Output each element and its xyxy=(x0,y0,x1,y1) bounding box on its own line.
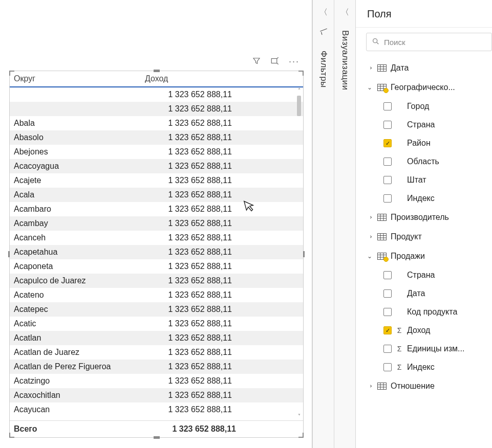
field-checkbox[interactable] xyxy=(383,289,392,298)
table-row[interactable]: Acapetahua1 323 652 888,11 xyxy=(10,245,303,259)
fields-field-node[interactable]: ΣЕдиницы изм... xyxy=(356,340,492,358)
table-row[interactable]: Acanceh1 323 652 888,11 xyxy=(10,231,303,245)
expand-visuals-icon[interactable]: 〈 xyxy=(341,7,349,18)
total-value: 1 323 652 888,11 xyxy=(145,424,236,434)
chevron-down-icon[interactable]: ⌄ xyxy=(366,253,373,260)
chevron-right-icon[interactable]: ⌄ xyxy=(366,233,373,240)
fields-list[interactable]: ⌄Дата⌄Географическо...ΣГородΣСтрана✓ΣРай… xyxy=(356,56,492,448)
table-row[interactable]: Acatic1 323 652 888,11 xyxy=(10,317,303,331)
fields-field-node[interactable]: ΣИндекс xyxy=(356,358,492,376)
resize-handle-top[interactable] xyxy=(154,70,160,72)
cell-dohod: 1 323 652 888,11 xyxy=(141,290,232,300)
field-checkbox[interactable] xyxy=(383,121,392,129)
fields-table-node[interactable]: ⌄Дата xyxy=(356,58,492,78)
cell-dohod: 1 323 652 888,11 xyxy=(141,90,232,99)
cell-dohod: 1 323 652 888,11 xyxy=(141,405,232,414)
field-checkbox[interactable] xyxy=(383,176,392,184)
table-row[interactable]: Acajete1 323 652 888,11 xyxy=(10,173,303,188)
table-row[interactable]: Acambay1 323 652 888,11 xyxy=(10,216,303,231)
field-checkbox[interactable] xyxy=(383,194,392,203)
filter-icon[interactable] xyxy=(252,56,261,67)
sigma-icon: Σ xyxy=(396,363,403,371)
cell-dohod: 1 323 652 888,11 xyxy=(141,133,232,142)
table-row[interactable]: Abala1 323 652 888,11 xyxy=(10,116,303,130)
table-row[interactable]: Abejones1 323 652 888,11 xyxy=(10,145,303,159)
scroll-down-icon[interactable]: ˅ xyxy=(298,413,301,420)
table-row[interactable]: Acacoyagua1 323 652 888,11 xyxy=(10,159,303,173)
visualizations-pane-collapsed[interactable]: 〈 Визуализации xyxy=(334,0,355,448)
field-checkbox[interactable] xyxy=(383,308,392,316)
table-row[interactable]: 1 323 652 888,11 xyxy=(10,87,303,102)
field-checkbox[interactable]: ✓ xyxy=(383,326,392,334)
table-row[interactable]: Acatlan de Perez Figueroa1 323 652 888,1… xyxy=(10,360,303,374)
focus-mode-icon[interactable] xyxy=(270,56,280,67)
fields-field-node[interactable]: ΣДата xyxy=(356,284,492,303)
table-row[interactable]: Acayucan1 323 652 888,11 xyxy=(10,402,303,417)
chevron-down-icon[interactable]: ⌄ xyxy=(366,84,373,91)
report-canvas[interactable]: ··· Округ Доход 1 323 652 888,111 323 65… xyxy=(0,0,312,448)
cell-dohod: 1 323 652 888,11 xyxy=(141,262,232,271)
field-checkbox[interactable] xyxy=(383,102,392,110)
resize-handle-tl[interactable] xyxy=(9,71,14,76)
fields-field-node[interactable]: ✓ΣДоход xyxy=(356,321,492,340)
table-row[interactable]: Acambaro1 323 652 888,11 xyxy=(10,202,303,216)
fields-field-node[interactable]: ΣСтрана xyxy=(356,266,492,284)
table-row[interactable]: Acatlan1 323 652 888,11 xyxy=(10,331,303,345)
column-header-okrug[interactable]: Округ xyxy=(14,74,145,83)
field-checkbox[interactable] xyxy=(383,271,392,279)
resize-handle-bottom[interactable] xyxy=(154,436,160,439)
cell-okrug: Abala xyxy=(10,119,141,128)
fields-field-node[interactable]: ΣСтрана xyxy=(356,116,492,134)
column-header-dohod[interactable]: Доход xyxy=(145,74,237,83)
scroll-thumb[interactable] xyxy=(297,96,301,116)
table-row[interactable]: Acateno1 323 652 888,11 xyxy=(10,288,303,302)
fields-field-node[interactable]: ΣИндекс xyxy=(356,189,492,208)
cell-okrug: Acateno xyxy=(10,290,141,300)
fields-table-node[interactable]: ⌄Отношение xyxy=(356,376,492,396)
field-checkbox[interactable] xyxy=(383,345,392,353)
cell-dohod: 1 323 652 888,11 xyxy=(141,319,232,328)
table-row[interactable]: Acapulco de Juarez1 323 652 888,11 xyxy=(10,274,303,288)
fields-field-node[interactable]: ΣШтат xyxy=(356,171,492,189)
table-body[interactable]: 1 323 652 888,111 323 652 888,11Abala1 3… xyxy=(10,87,303,420)
cell-dohod: 1 323 652 888,11 xyxy=(141,305,232,314)
table-row[interactable]: 1 323 652 888,11 xyxy=(10,102,303,116)
cell-dohod: 1 323 652 888,11 xyxy=(141,147,232,156)
scroll-up-icon[interactable]: ˄ xyxy=(298,87,301,95)
table-row[interactable]: Acatlan de Juarez1 323 652 888,11 xyxy=(10,345,303,360)
field-checkbox[interactable] xyxy=(383,363,392,371)
fields-table-node[interactable]: ⌄Продажи xyxy=(356,247,492,266)
fields-search[interactable] xyxy=(366,33,492,51)
table-row[interactable]: Acaponeta1 323 652 888,11 xyxy=(10,259,303,274)
table-row[interactable]: Acatepec1 323 652 888,11 xyxy=(10,302,303,317)
cell-okrug: Acaponeta xyxy=(10,262,141,271)
resize-handle-br[interactable] xyxy=(298,433,304,438)
scrollbar[interactable]: ˄ ˅ xyxy=(296,87,302,420)
cell-okrug: Acatzingo xyxy=(10,376,141,386)
field-checkbox[interactable] xyxy=(383,158,392,166)
table-visual[interactable]: Округ Доход 1 323 652 888,111 323 652 88… xyxy=(9,71,304,438)
table-row[interactable]: Acatzingo1 323 652 888,11 xyxy=(10,374,303,388)
fields-field-node[interactable]: ΣГород xyxy=(356,97,492,116)
chevron-right-icon[interactable]: ⌄ xyxy=(366,383,373,390)
fields-field-node[interactable]: ΣКод продукта xyxy=(356,303,492,321)
fields-table-node[interactable]: ⌄Продукт xyxy=(356,227,492,247)
fields-table-node[interactable]: ⌄Производитель xyxy=(356,208,492,227)
filters-pane-collapsed[interactable]: 〈 Фильтры xyxy=(312,0,334,448)
resize-handle-bl[interactable] xyxy=(9,433,14,438)
expand-filters-icon[interactable]: 〈 xyxy=(319,7,328,18)
search-input[interactable] xyxy=(384,38,486,47)
chevron-right-icon[interactable]: ⌄ xyxy=(366,64,373,72)
field-checkbox[interactable]: ✓ xyxy=(383,139,392,147)
fields-field-node[interactable]: ΣОбласть xyxy=(356,152,492,171)
table-row[interactable]: Acala1 323 652 888,11 xyxy=(10,188,303,202)
svg-point-1 xyxy=(373,38,377,42)
chevron-right-icon[interactable]: ⌄ xyxy=(366,214,373,221)
table-icon xyxy=(377,383,387,390)
fields-field-node[interactable]: ✓ΣРайон xyxy=(356,134,492,152)
fields-table-node[interactable]: ⌄Географическо... xyxy=(356,78,492,97)
resize-handle-tr[interactable] xyxy=(298,71,304,76)
table-row[interactable]: Acaxochitlan1 323 652 888,11 xyxy=(10,388,303,402)
more-options-icon[interactable]: ··· xyxy=(289,56,300,67)
table-row[interactable]: Abasolo1 323 652 888,11 xyxy=(10,130,303,145)
